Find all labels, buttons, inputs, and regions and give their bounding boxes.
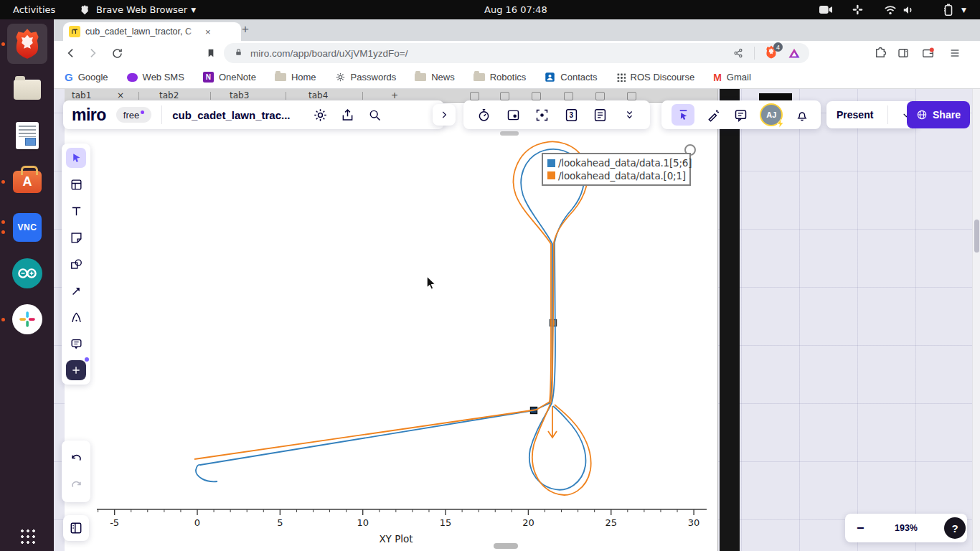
dock-item-slack[interactable] (7, 299, 47, 339)
bookmark-ros-discourse[interactable]: ROS Discourse (616, 72, 695, 83)
dock-item-arduino[interactable] (7, 253, 47, 293)
embedded-tab-tab4[interactable]: tab4 (308, 90, 328, 100)
bookmark-web-sms[interactable]: Web SMS (127, 72, 184, 83)
dock-item-libreoffice-writer[interactable] (7, 116, 47, 156)
ubuntu-dock: A VNC (0, 19, 54, 551)
extensions-puzzle-icon[interactable] (872, 44, 889, 62)
bookmark-contacts[interactable]: Contacts (545, 72, 597, 83)
avatar[interactable]: AJ (760, 103, 783, 126)
zoom-out-button[interactable]: − (857, 521, 864, 536)
comments-icon[interactable] (732, 106, 750, 123)
software-letter: A (23, 174, 32, 189)
plot-legend: /lookahead_data/data.1[5;6] /lookahead_d… (542, 153, 691, 186)
menu-hamburger-icon[interactable] (946, 44, 963, 62)
sticky-note-tool[interactable] (66, 227, 86, 248)
focus-mode-icon[interactable] (534, 106, 551, 123)
timer-icon[interactable] (476, 106, 493, 123)
follow-cursor-tool[interactable] (672, 104, 694, 126)
comment-tool[interactable] (66, 334, 86, 354)
embedded-tab-close[interactable]: × (117, 90, 124, 100)
dock-item-ubuntu-software[interactable]: A (7, 161, 47, 202)
scrollbar-thumb[interactable] (974, 220, 979, 253)
templates-tool[interactable] (66, 174, 86, 194)
shapes-tool[interactable] (66, 254, 86, 274)
new-badge-dot (85, 357, 89, 362)
back-button[interactable] (62, 44, 80, 62)
reload-button[interactable] (108, 44, 126, 62)
settings-gear-icon[interactable] (312, 106, 329, 123)
notifications-bell-icon[interactable] (793, 106, 811, 123)
present-control[interactable]: Present (826, 101, 918, 128)
embedded-tab-tab3[interactable]: tab3 (230, 90, 249, 100)
dock-item-vnc[interactable]: VNC (7, 207, 47, 248)
frame-media-icon[interactable] (504, 106, 522, 123)
collapse-chevrons-icon[interactable] (621, 106, 638, 123)
url-text[interactable]: miro.com/app/board/uXjVM1yzdFo=/ (250, 48, 407, 59)
search-icon[interactable] (367, 106, 384, 123)
system-menu-chevron-icon[interactable]: ▼ (961, 0, 966, 19)
bookmark-ribbon-icon[interactable] (202, 44, 220, 62)
text-tool[interactable] (66, 201, 86, 221)
bookmark-label: Google (78, 72, 108, 83)
volume-icon[interactable] (903, 0, 914, 19)
activities-button[interactable]: Activities (13, 0, 55, 19)
frames-count-icon[interactable]: 3 (562, 106, 580, 123)
forward-button[interactable] (84, 44, 101, 62)
url-bar[interactable]: miro.com/app/board/uXjVM1yzdFo=/ 4 (224, 43, 809, 63)
dock-item-files[interactable] (7, 70, 47, 110)
share-button[interactable]: Share (907, 101, 970, 128)
notes-doc-icon[interactable] (592, 106, 609, 123)
connector-arrow-tool[interactable] (66, 281, 86, 301)
board-name[interactable]: cub_cadet_lawn_trac... (172, 109, 290, 121)
bookmark-label: Web SMS (143, 72, 184, 83)
select-tool[interactable] (66, 148, 86, 168)
new-tab-button[interactable]: + (242, 22, 249, 37)
frames-panel-button[interactable] (63, 515, 89, 541)
bookmark-robotics[interactable]: Robotics (473, 72, 527, 83)
more-apps-button[interactable] (66, 360, 86, 380)
redo-button[interactable] (67, 476, 85, 493)
zoom-level[interactable]: 193% (895, 523, 918, 533)
bookmark-google[interactable]: GGoogle (65, 72, 108, 83)
bookmark-passwords[interactable]: Passwords (335, 72, 397, 83)
embedded-tab-tab1[interactable]: tab1 (72, 90, 91, 100)
legend-swatch-blue (547, 159, 555, 167)
expand-toolbar-button[interactable] (433, 104, 456, 126)
show-applications-button[interactable] (7, 516, 47, 551)
battery-icon[interactable] (944, 0, 953, 19)
vnc-icon: VNC (13, 213, 42, 242)
present-label[interactable]: Present (837, 109, 873, 121)
bookmark-gmail[interactable]: MGmail (713, 72, 751, 83)
brave-rewards-icon[interactable] (788, 47, 801, 59)
miro-favicon (69, 26, 80, 37)
share-icon[interactable] (732, 47, 744, 59)
browser-tab[interactable]: cub_cadet_lawn_tractor, C × (63, 22, 241, 41)
tab-close-button[interactable]: × (205, 27, 211, 37)
undo-button[interactable] (67, 450, 85, 467)
help-button[interactable]: ? (944, 517, 966, 539)
miro-logo[interactable]: miro (72, 105, 106, 125)
embedded-tab-tab2[interactable]: tab2 (159, 90, 179, 100)
sidebar-toggle-icon[interactable] (895, 44, 912, 62)
clock[interactable]: Aug 16 07:48 (484, 0, 547, 19)
export-upload-icon[interactable] (339, 106, 357, 123)
plan-badge[interactable]: free (116, 107, 151, 123)
running-indicator (1, 220, 5, 224)
page-scrollbar[interactable] (972, 88, 980, 551)
dock-item-brave[interactable] (7, 24, 47, 64)
embedded-add-tab[interactable]: + (391, 90, 398, 100)
bookmark-news[interactable]: News (415, 72, 455, 83)
horizontal-scrollbar-thumb[interactable] (494, 543, 518, 549)
app-menu[interactable]: Brave Web Browser▼ (80, 0, 196, 19)
brave-shields-icon[interactable]: 4 (765, 45, 778, 61)
facilitation-toolbar: 3 (463, 100, 650, 129)
wifi-icon[interactable] (884, 0, 897, 19)
slack-tray-icon[interactable] (852, 0, 863, 19)
running-indicator (1, 230, 5, 234)
laser-pointer-icon[interactable] (705, 106, 722, 123)
bookmark-label: OneNote (219, 72, 256, 83)
bookmark-home[interactable]: Home (275, 72, 316, 83)
pen-tool[interactable] (66, 307, 86, 327)
bookmark-onenote[interactable]: NOneNote (203, 72, 256, 83)
wallet-icon[interactable] (919, 44, 936, 62)
